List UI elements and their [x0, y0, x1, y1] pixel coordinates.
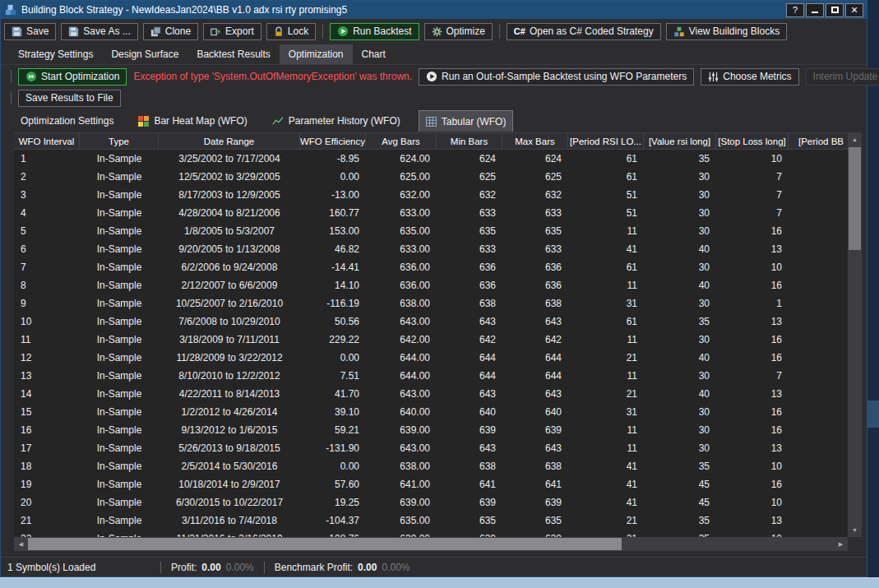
vertical-scroll-thumb[interactable] [849, 147, 861, 250]
table-cell: 153.00 [300, 222, 366, 240]
table-row[interactable]: 4In-Sample4/28/2004 to 8/21/2006160.7763… [14, 204, 848, 222]
table-row[interactable]: 16In-Sample9/13/2012 to 1/6/201559.21639… [14, 421, 848, 439]
column-header[interactable]: Min Bars [437, 133, 502, 149]
table-cell: 633 [502, 204, 568, 222]
save-as-button[interactable]: Save As ... [61, 23, 137, 40]
table-cell: 632.00 [366, 186, 437, 204]
minimize-button[interactable] [806, 3, 824, 17]
table-row[interactable]: 9In-Sample10/25/2007 to 2/16/2010-116.19… [14, 294, 848, 313]
column-header[interactable]: Avg Bars [366, 133, 437, 149]
run-oos-backtest-button[interactable]: Run an Out-of-Sample Backtest using WFO … [419, 68, 694, 86]
tab-backtest-results[interactable]: Backtest Results [187, 44, 279, 64]
table-row[interactable]: 3In-Sample8/17/2003 to 12/9/2005-13.0063… [14, 186, 848, 204]
table-cell: In-Sample [80, 367, 159, 385]
table-row[interactable]: 14In-Sample4/22/2011 to 8/14/201341.7064… [14, 385, 848, 403]
table-cell: 636 [502, 276, 568, 294]
view-building-blocks-button[interactable]: View Building Blocks [666, 23, 788, 40]
table-row[interactable]: 13In-Sample8/10/2010 to 12/2/20127.51644… [14, 367, 848, 385]
run-backtest-button[interactable]: Run Backtest [330, 23, 419, 40]
export-button[interactable]: Export [203, 23, 261, 40]
table-cell: 10 [716, 493, 789, 512]
column-header[interactable]: [Value rsi long] [644, 133, 716, 149]
taskbar[interactable] [0, 577, 879, 588]
clone-button[interactable]: Clone [143, 23, 198, 40]
start-optimization-button[interactable]: Start Optimization [18, 68, 127, 86]
table-cell: 10 [716, 457, 789, 475]
tab-optimization[interactable]: Optimization [280, 44, 353, 64]
subtab-parameter-history[interactable]: Parameter History (WFO) [266, 112, 407, 130]
table-cell: 10/18/2014 to 2/9/2017 [159, 475, 300, 493]
table-row[interactable]: 8In-Sample2/12/2007 to 6/6/200914.10636.… [14, 276, 848, 294]
column-header[interactable]: WFO Interval [14, 133, 80, 149]
table-row[interactable]: 19In-Sample10/18/2014 to 2/9/201757.6064… [14, 475, 848, 493]
horizontal-scroll-thumb[interactable] [28, 538, 622, 550]
maximize-button[interactable] [826, 3, 844, 17]
table-row[interactable]: 21In-Sample3/11/2016 to 7/4/2018-104.376… [14, 512, 848, 530]
table-row[interactable]: 15In-Sample1/2/2012 to 4/26/201439.10640… [14, 403, 848, 421]
table-row[interactable]: 2In-Sample12/5/2002 to 3/29/20050.00625.… [14, 168, 848, 186]
subtab-tabular[interactable]: Tabular (WFO) [419, 110, 514, 132]
table-row[interactable]: 6In-Sample9/20/2005 to 1/13/200846.82633… [14, 240, 848, 258]
table-row[interactable]: 7In-Sample6/2/2006 to 9/24/2008-14.41636… [14, 258, 848, 276]
table-cell: 632 [437, 186, 502, 204]
help-button[interactable]: ? [786, 3, 804, 17]
table-cell: 61 [568, 313, 644, 331]
table-row[interactable]: 11In-Sample3/18/2009 to 7/11/2011229.226… [14, 331, 848, 349]
table-cell: 16 [716, 276, 789, 294]
tab-chart[interactable]: Chart [353, 44, 395, 64]
table-cell: In-Sample [80, 421, 159, 439]
table-row[interactable]: 12In-Sample11/28/2009 to 3/22/20120.0064… [14, 349, 848, 367]
scroll-right-button[interactable]: ▶ [834, 537, 848, 551]
table-cell: 160.77 [300, 204, 366, 222]
lock-button[interactable]: Lock [266, 23, 316, 40]
scroll-left-button[interactable]: ◀ [14, 537, 28, 551]
column-header[interactable]: Max Bars [502, 133, 568, 149]
table-row[interactable]: 18In-Sample2/5/2014 to 5/30/20160.00638.… [14, 457, 848, 475]
wfo-results-table: WFO IntervalTypeDate RangeWFO Efficiency… [14, 132, 848, 537]
table-cell: 13 [716, 240, 789, 258]
gear-icon [432, 26, 442, 37]
column-header[interactable]: Type [80, 133, 159, 149]
column-header[interactable]: WFO Efficiency [300, 133, 366, 149]
close-button[interactable]: × [845, 3, 863, 17]
table-cell: 642 [502, 331, 568, 349]
subtab-optimization-settings[interactable]: Optimization Settings [14, 112, 120, 130]
column-header[interactable]: [Stop Loss long] [716, 133, 789, 149]
table-cell: 12/5/2002 to 3/29/2005 [159, 168, 300, 186]
scroll-up-button[interactable]: ▲ [848, 132, 862, 146]
button-label: Lock [288, 25, 308, 37]
table-cell: 16 [716, 222, 789, 240]
title-bar[interactable]: Building Block Strategy - NewIdeasJan202… [1, 1, 867, 19]
table-row[interactable]: 20In-Sample6/30/2015 to 10/22/201719.256… [14, 493, 848, 512]
column-header[interactable]: [Period RSI LO... [568, 133, 644, 149]
table-cell: 635 [437, 512, 502, 530]
table-cell: 1 [14, 150, 80, 168]
table-row[interactable]: 17In-Sample5/26/2013 to 9/18/2015-131.90… [14, 439, 848, 457]
table-row[interactable]: 10In-Sample7/6/2008 to 10/29/201050.5664… [14, 313, 848, 331]
subtab-label: Tabular (WFO) [442, 116, 507, 127]
horizontal-scrollbar[interactable]: ◀ ▶ [14, 537, 848, 551]
scroll-down-button[interactable]: ▼ [848, 523, 862, 537]
vertical-scrollbar[interactable]: ▲ ▼ [848, 132, 862, 537]
open-csharp-button[interactable]: C# Open as C# Coded Strategy [507, 23, 661, 40]
table-cell: 21 [568, 385, 644, 403]
column-header[interactable]: [Period BB [789, 133, 848, 149]
table-cell: 642.00 [366, 331, 437, 349]
tab-design-surface[interactable]: Design Surface [102, 44, 187, 64]
optimize-button[interactable]: Optimize [424, 23, 493, 40]
choose-metrics-button[interactable]: Choose Metrics [701, 68, 798, 86]
table-row[interactable]: 1In-Sample3/25/2002 to 7/17/2004-8.95624… [14, 150, 848, 168]
table-row[interactable]: 22In-Sample11/21/2016 to 3/16/2019108.76… [14, 530, 848, 537]
subtab-bar-heat-map[interactable]: Bar Heat Map (WFO) [132, 112, 253, 130]
table-cell: 644.00 [366, 367, 437, 385]
status-separator [264, 562, 265, 573]
heat-map-icon [138, 116, 149, 127]
save-results-button[interactable]: Save Results to File [18, 90, 121, 107]
column-header[interactable]: Date Range [159, 133, 300, 149]
table-cell: 7/6/2008 to 10/29/2010 [159, 313, 300, 331]
save-button[interactable]: Save [4, 23, 56, 40]
table-cell: 35 [644, 313, 716, 331]
table-row[interactable]: 5In-Sample1/8/2005 to 5/3/2007153.00635.… [14, 222, 848, 240]
tab-strategy-settings[interactable]: Strategy Settings [9, 44, 102, 64]
subtab-label: Optimization Settings [21, 115, 113, 127]
